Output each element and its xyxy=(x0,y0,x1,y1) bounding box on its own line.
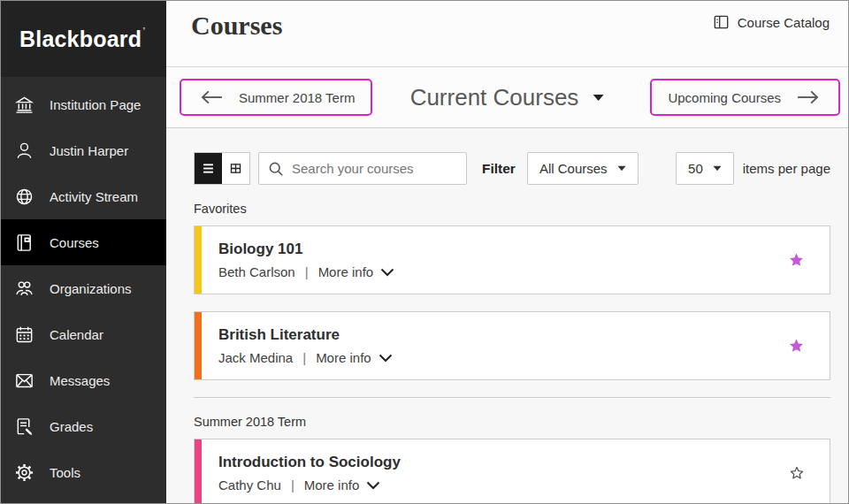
items-per-page-label: items per page xyxy=(743,161,830,176)
current-term-label: Current Courses xyxy=(410,84,579,111)
chevron-down-icon xyxy=(380,268,394,277)
filter-label: Filter xyxy=(482,161,516,177)
course-color-stripe xyxy=(195,439,202,503)
caret-down-icon xyxy=(617,165,626,172)
list-view-button[interactable] xyxy=(195,153,222,184)
list-view-icon xyxy=(201,161,216,176)
page-title: Courses xyxy=(191,11,282,41)
page-size-group: 50 items per page xyxy=(676,152,830,185)
institution-icon xyxy=(11,95,37,115)
calendar-icon xyxy=(11,325,37,345)
courses-icon xyxy=(11,233,37,253)
filter-value: All Courses xyxy=(539,161,608,176)
favorite-star-filled-icon[interactable] xyxy=(788,338,805,355)
course-meta: Cathy Chu | More info xyxy=(218,477,830,493)
course-instructor: Cathy Chu xyxy=(218,477,281,493)
course-color-stripe xyxy=(195,312,202,379)
page-size-dropdown[interactable]: 50 xyxy=(676,152,734,185)
section-label-summer-2018-term: Summer 2018 Term xyxy=(194,415,830,429)
sidebar-item-label: Messages xyxy=(50,373,110,388)
blackboard-courses-page: Blackboard Institution Page Justin Harpe… xyxy=(0,0,849,504)
course-card[interactable]: Biology 101 Beth Carlson | More info xyxy=(194,225,830,294)
next-term-button[interactable]: Upcoming Courses xyxy=(650,79,840,116)
course-color-stripe xyxy=(195,226,202,294)
sidebar-item-label: Courses xyxy=(50,235,99,250)
main-area: Courses Course Catalog Summer 201 xyxy=(166,1,848,503)
meta-separator: | xyxy=(291,477,294,493)
grid-view-button[interactable] xyxy=(222,153,249,184)
sidebar: Blackboard Institution Page Justin Harpe… xyxy=(1,1,166,503)
term-navigation: Summer 2018 Term Current Courses Upcomin… xyxy=(166,67,848,128)
sidebar-nav: Institution Page Justin Harper Activity … xyxy=(1,77,166,495)
course-meta: Beth Carlson | More info xyxy=(218,264,830,279)
user-icon xyxy=(11,141,37,161)
sidebar-item-label: Organizations xyxy=(50,281,132,296)
catalog-icon xyxy=(713,14,730,30)
chevron-down-icon xyxy=(366,481,380,490)
course-instructor: Beth Carlson xyxy=(218,264,295,279)
section-label-favorites: Favorites xyxy=(194,202,830,216)
search-icon xyxy=(268,161,284,177)
more-info-label: More info xyxy=(304,477,360,493)
favorite-star-outline-icon[interactable] xyxy=(789,465,805,481)
sidebar-item-courses[interactable]: Courses xyxy=(1,219,166,265)
course-card[interactable]: British Literature Jack Medina | More in… xyxy=(194,311,830,380)
course-title[interactable]: Biology 101 xyxy=(218,241,830,258)
grid-view-icon xyxy=(228,161,243,176)
sidebar-item-organizations[interactable]: Organizations xyxy=(1,265,166,311)
more-info-toggle[interactable]: More info xyxy=(318,264,395,279)
filter-dropdown[interactable]: All Courses xyxy=(527,152,639,185)
previous-term-button[interactable]: Summer 2018 Term xyxy=(180,79,372,116)
blackboard-logo[interactable]: Blackboard xyxy=(1,1,166,77)
course-card[interactable]: Introduction to Sociology Cathy Chu | Mo… xyxy=(194,439,830,503)
more-info-toggle[interactable]: More info xyxy=(316,350,393,365)
sidebar-item-grades[interactable]: Grades xyxy=(1,403,166,449)
sidebar-item-label: Activity Stream xyxy=(50,189,138,204)
favorite-star-filled-icon[interactable] xyxy=(788,252,805,269)
view-toggle xyxy=(194,152,250,185)
page-header: Courses Course Catalog xyxy=(166,1,848,67)
sidebar-item-label: Tools xyxy=(50,465,80,480)
more-info-toggle[interactable]: More info xyxy=(304,477,381,493)
section-divider xyxy=(194,397,830,398)
sidebar-item-profile[interactable]: Justin Harper xyxy=(1,127,166,173)
previous-term-label: Summer 2018 Term xyxy=(239,90,355,105)
sidebar-item-tools[interactable]: Tools xyxy=(1,449,166,495)
course-title[interactable]: Introduction to Sociology xyxy=(218,454,830,471)
course-catalog-link[interactable]: Course Catalog xyxy=(713,14,830,30)
globe-icon xyxy=(11,187,37,207)
sidebar-item-activity-stream[interactable]: Activity Stream xyxy=(1,173,166,219)
chevron-down-icon xyxy=(379,354,393,363)
meta-separator: | xyxy=(302,350,306,365)
more-info-label: More info xyxy=(318,264,374,279)
search-box xyxy=(258,152,467,185)
current-term-dropdown[interactable]: Current Courses xyxy=(410,84,605,111)
sidebar-item-label: Grades xyxy=(50,419,93,434)
meta-separator: | xyxy=(305,264,309,279)
page-size-value: 50 xyxy=(688,161,703,176)
messages-icon xyxy=(11,370,37,391)
course-list-content: Filter All Courses 50 items per page xyxy=(166,128,848,503)
arrow-left-icon xyxy=(197,88,226,107)
search-input[interactable] xyxy=(292,161,457,176)
sidebar-item-messages[interactable]: Messages xyxy=(1,357,166,403)
caret-down-icon xyxy=(593,94,604,102)
sidebar-item-calendar[interactable]: Calendar xyxy=(1,311,166,357)
course-meta: Jack Medina | More info xyxy=(218,350,830,365)
sidebar-item-label: Justin Harper xyxy=(50,143,128,158)
organizations-icon xyxy=(11,279,37,299)
sidebar-item-institution-page[interactable]: Institution Page xyxy=(1,81,166,127)
arrow-right-icon xyxy=(794,88,822,107)
next-term-label: Upcoming Courses xyxy=(668,90,781,105)
grades-icon xyxy=(11,416,37,437)
gear-icon xyxy=(11,462,37,483)
course-instructor: Jack Medina xyxy=(218,350,293,365)
caret-down-icon xyxy=(713,165,722,172)
course-toolbar: Filter All Courses 50 items per page xyxy=(194,152,830,185)
blackboard-logo-text: Blackboard xyxy=(19,26,145,52)
sidebar-item-label: Institution Page xyxy=(50,97,141,112)
more-info-label: More info xyxy=(316,350,371,365)
sidebar-item-label: Calendar xyxy=(50,327,103,342)
course-title[interactable]: British Literature xyxy=(218,326,830,344)
course-catalog-label: Course Catalog xyxy=(738,15,830,30)
